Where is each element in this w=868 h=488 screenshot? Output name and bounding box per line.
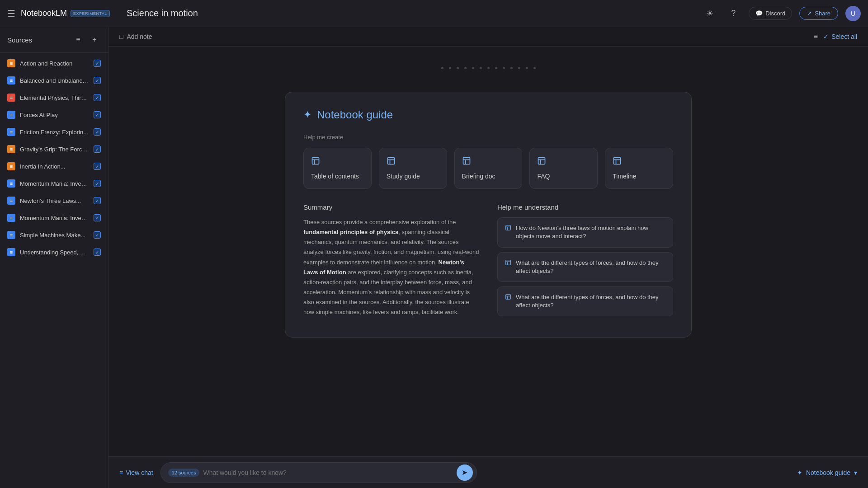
checkmark-icon: ✓ [823,33,829,40]
sidebar-header: Sources ≡ + [0,27,108,53]
source-name: Momentum Mania: Inves... [20,215,89,221]
dot [487,67,490,69]
create-card[interactable]: Timeline [605,148,673,189]
source-checkbox[interactable]: ✓ [94,60,101,67]
brand-badge: EXPERIMENTAL [71,10,110,17]
help-button[interactable]: ? [725,5,741,22]
list-item[interactable]: ≡ Understanding Speed, Ve... ✓ [0,244,108,261]
add-source-button[interactable]: + [88,33,101,46]
svg-rect-9 [538,158,545,164]
dot [510,67,513,69]
question-card[interactable]: What are the different types of forces, … [497,252,673,282]
create-card[interactable]: Briefing doc [454,148,523,189]
source-name: Newton's Three Laws... [20,197,89,204]
content-toolbar: □ Add note ≡ ✓ Select all [108,27,868,47]
create-card-icon [613,156,665,168]
understand-section: Help me understand How do Newton's three… [497,203,673,321]
source-name: Action and Reaction [20,60,89,67]
source-name: Inertia In Action... [20,163,89,170]
list-item[interactable]: ≡ Inertia In Action... ✓ [0,158,108,175]
create-card[interactable]: Table of contents [303,148,372,189]
notebook-guide-label: Notebook guide [806,469,850,476]
main-layout: Sources ≡ + ≡ Action and Reaction ✓ ≡ Ba… [0,27,868,488]
dot [495,67,497,69]
source-checkbox[interactable]: ✓ [94,145,101,153]
source-checkbox[interactable]: ✓ [94,111,101,118]
notebook-guide-tab[interactable]: ✦ Notebook guide ▾ [797,469,857,476]
source-checkbox[interactable]: ✓ [94,77,101,84]
dot [526,67,528,69]
create-card[interactable]: FAQ [529,148,598,189]
source-checkbox[interactable]: ✓ [94,128,101,136]
chat-input[interactable] [203,469,453,476]
create-card[interactable]: Study guide [379,148,447,189]
create-card-icon [537,156,590,168]
send-button[interactable]: ➤ [457,465,473,481]
discord-icon: 💬 [755,10,763,17]
source-name: Simple Machines Make... [20,232,89,239]
create-card-icon [462,156,515,168]
dot [503,67,505,69]
source-checkbox[interactable]: ✓ [94,231,101,239]
filter-icon[interactable]: ≡ [814,33,818,41]
create-card-label: FAQ [537,172,590,180]
source-name: Momentum Mania: Inves... [20,180,89,187]
add-note-button[interactable]: □ Add note [119,33,152,40]
sidebar-actions: ≡ + [72,33,101,46]
select-all-label: Select all [831,33,857,40]
list-item[interactable]: ≡ Forces At Play ✓ [0,106,108,123]
source-type-icon: ≡ [7,111,15,119]
guide-header: ✦ Notebook guide [303,108,673,121]
filter-button[interactable]: ≡ [72,33,85,46]
source-type-icon: ≡ [7,231,15,239]
dot [441,67,443,69]
source-name: Friction Frenzy: Explorin... [20,129,89,136]
list-item[interactable]: ≡ Action and Reaction ✓ [0,55,108,72]
bottom-bar: ≡ View chat 12 sources ➤ ✦ Notebook guid… [108,456,868,488]
select-all-button[interactable]: ✓ Select all [823,33,857,40]
bottom-sections: Summary These sources provide a comprehe… [303,203,673,321]
discord-button[interactable]: 💬 Discord [749,7,792,20]
create-card-label: Table of contents [311,172,364,180]
sidebar: Sources ≡ + ≡ Action and Reaction ✓ ≡ Ba… [0,27,108,488]
dot [472,67,474,69]
dot [457,67,459,69]
list-item[interactable]: ≡ Friction Frenzy: Explorin... ✓ [0,123,108,141]
share-button[interactable]: ↗ Share [799,7,838,20]
source-checkbox[interactable]: ✓ [94,163,101,170]
list-item[interactable]: ≡ Newton's Three Laws... ✓ [0,192,108,209]
summary-title: Summary [303,203,479,211]
avatar[interactable]: U [845,6,861,21]
source-type-icon: ≡ [7,248,15,256]
source-type-icon: ≡ [7,76,15,84]
source-name: Gravity's Grip: The Force... [20,146,89,153]
list-item[interactable]: ≡ Simple Machines Make... ✓ [0,226,108,244]
list-item[interactable]: ≡ Momentum Mania: Inves... ✓ [0,209,108,226]
question-card[interactable]: What are the different types of forces, … [497,286,673,316]
list-item[interactable]: ≡ Momentum Mania: Inves... ✓ [0,175,108,192]
nav-left: ☰ NotebookLM EXPERIMENTAL [7,8,116,19]
source-checkbox[interactable]: ✓ [94,180,101,187]
source-checkbox[interactable]: ✓ [94,197,101,204]
view-chat-button[interactable]: ≡ View chat [119,469,153,476]
question-text: How do Newton's three laws of motion exp… [516,224,665,240]
source-checkbox[interactable]: ✓ [94,94,101,101]
chat-input-container: 12 sources ➤ [160,462,477,483]
question-card[interactable]: How do Newton's three laws of motion exp… [497,217,673,247]
create-card-label: Briefing doc [462,172,515,180]
content-area: □ Add note ≡ ✓ Select all ✦ Notebook gui… [108,27,868,488]
dot [464,67,467,69]
menu-icon[interactable]: ☰ [7,8,15,19]
list-item[interactable]: ≡ Elemental Physics, Third... ✓ [0,89,108,106]
guide-tab-star-icon: ✦ [797,469,802,476]
source-checkbox[interactable]: ✓ [94,249,101,256]
dot [533,67,536,69]
toolbar-right: ≡ ✓ Select all [814,33,857,41]
share-label: Share [815,10,830,17]
brightness-button[interactable]: ☀ [702,5,718,22]
source-type-icon: ≡ [7,214,15,222]
list-item[interactable]: ≡ Gravity's Grip: The Force... ✓ [0,141,108,158]
source-checkbox[interactable]: ✓ [94,214,101,221]
help-create-label: Help me create [303,134,673,141]
list-item[interactable]: ≡ Balanced and Unbalance... ✓ [0,72,108,89]
